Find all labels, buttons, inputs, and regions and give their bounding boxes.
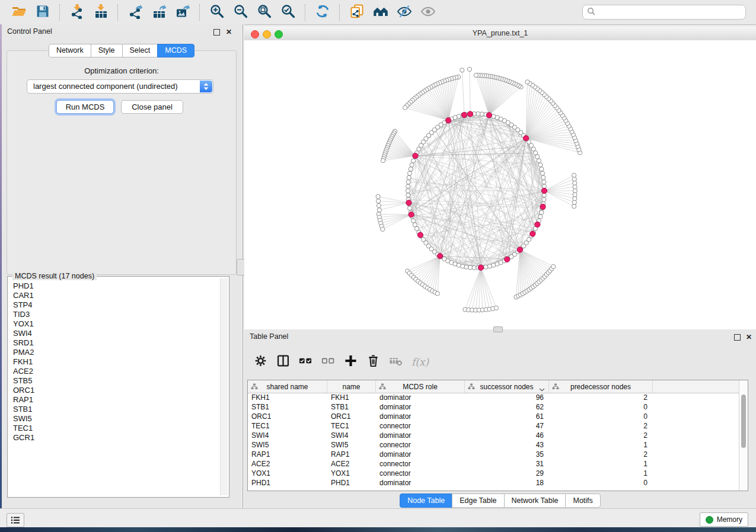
table-cell: connector <box>376 459 465 469</box>
trash-icon <box>366 354 380 370</box>
first-neighbors-button[interactable] <box>371 2 391 23</box>
tab-network[interactable]: Network <box>49 44 91 57</box>
result-node-item[interactable]: STP4 <box>9 300 220 310</box>
search-box[interactable] <box>582 5 746 20</box>
close-panel-icon[interactable]: ✕ <box>226 28 232 36</box>
result-node-item[interactable]: CAR1 <box>9 291 220 300</box>
result-node-item[interactable]: TID3 <box>9 310 220 319</box>
result-node-item[interactable]: STB5 <box>9 376 220 386</box>
select-all-button[interactable] <box>299 354 312 370</box>
column-header-successor-nodes[interactable]: successor nodes <box>465 380 549 393</box>
table-scrollbar[interactable] <box>739 380 748 491</box>
table-row[interactable]: RAP1RAP1dominator352 <box>248 450 739 459</box>
control-panel-title: Control Panel <box>7 27 52 36</box>
memory-button[interactable]: Memory <box>700 512 748 527</box>
result-node-item[interactable]: FKH1 <box>9 357 220 367</box>
result-node-item[interactable]: ACE2 <box>9 367 220 376</box>
column-header-predecessor-nodes[interactable]: predecessor nodes <box>549 380 653 393</box>
float-table-panel-icon[interactable] <box>734 334 741 341</box>
toggle-column-view-button[interactable] <box>276 354 290 370</box>
zoom-out-icon <box>233 4 248 21</box>
result-node-item[interactable]: GCR1 <box>9 433 220 443</box>
search-input[interactable] <box>598 6 745 19</box>
column-header-name[interactable]: name <box>327 380 376 393</box>
add-column-button[interactable] <box>344 354 358 370</box>
export-table-icon <box>151 4 167 21</box>
open-file-icon <box>11 4 27 21</box>
table-scrollbar-thumb[interactable] <box>741 395 746 448</box>
deselect-all-icon <box>321 354 335 370</box>
refresh-view-button[interactable] <box>312 2 333 23</box>
result-node-item[interactable]: SWI4 <box>9 329 220 338</box>
table-row[interactable]: STB1STB1dominator620 <box>248 402 739 412</box>
import-network-icon <box>69 4 85 21</box>
close-table-panel-icon[interactable]: ✕ <box>746 333 752 341</box>
result-node-item[interactable]: TEC1 <box>9 424 220 433</box>
open-file-button[interactable] <box>9 2 29 23</box>
task-history-button[interactable] <box>7 513 24 527</box>
result-scrollbar[interactable] <box>220 278 228 495</box>
result-node-item[interactable]: ORC1 <box>9 386 220 395</box>
show-all-button[interactable] <box>418 2 438 23</box>
tab-motifs[interactable]: Motifs <box>565 493 600 508</box>
hide-selected-button[interactable] <box>394 2 414 23</box>
export-network-button[interactable] <box>125 2 145 23</box>
result-node-item[interactable]: STB1 <box>9 405 220 414</box>
import-network-button[interactable] <box>67 2 87 23</box>
table-cell: 0 <box>549 412 653 421</box>
run-mcds-button[interactable]: Run MCDS <box>56 100 114 114</box>
save-session-icon <box>35 4 50 21</box>
column-header-shared-name[interactable]: shared name <box>248 380 327 393</box>
zoom-selected-button[interactable] <box>278 2 298 23</box>
table-cell: 47 <box>465 421 549 431</box>
result-node-item[interactable]: PHD1 <box>9 281 220 291</box>
table-row[interactable]: ACE2ACE2connector311 <box>248 459 739 469</box>
refresh-view-icon <box>315 4 330 21</box>
table-row[interactable]: TEC1TEC1connector472 <box>248 421 739 431</box>
save-session-button[interactable] <box>33 2 53 23</box>
table-row[interactable]: YOX1YOX1connector291 <box>248 469 739 478</box>
tab-mcds[interactable]: MCDS <box>157 44 194 57</box>
tab-select[interactable]: Select <box>122 44 158 57</box>
criterion-dropdown[interactable]: largest connected component (undirected) <box>27 79 213 94</box>
network-view[interactable] <box>244 40 756 329</box>
tab-node-table[interactable]: Node Table <box>400 493 452 508</box>
split-divider-horizontal[interactable] <box>493 326 503 332</box>
delete-column-button[interactable] <box>366 354 380 370</box>
table-cell: 46 <box>465 431 549 440</box>
divider-grip-icon[interactable] <box>237 259 245 275</box>
table-row[interactable]: ORC1ORC1dominator610 <box>248 412 739 421</box>
network-canvas-svg[interactable] <box>244 40 756 329</box>
column-header-mcds-role[interactable]: MCDS role <box>376 380 465 393</box>
table-tabs: Node TableEdge TableNetwork TableMotifs <box>244 493 756 508</box>
table-cell: STB1 <box>327 402 376 412</box>
zoom-fit-button[interactable] <box>254 2 275 23</box>
table-row[interactable]: PHD1PHD1dominator180 <box>248 478 739 488</box>
zoom-selected-icon <box>280 4 296 21</box>
table-row[interactable]: SWI4SWI4dominator462 <box>248 431 739 440</box>
table-row[interactable]: FKH1FKH1dominator962 <box>248 393 739 402</box>
sort-desc-icon <box>539 385 545 393</box>
mcds-result-list[interactable]: PHD1CAR1STP4TID3YOX1SWI4SRD1PMA2FKH1ACE2… <box>9 281 220 496</box>
new-network-from-selection-button[interactable] <box>347 2 367 23</box>
result-node-item[interactable]: SRD1 <box>9 338 220 348</box>
network-titlebar[interactable]: YPA_prune.txt_1 <box>244 27 756 41</box>
tab-edge-table[interactable]: Edge Table <box>452 493 504 508</box>
table-options-button[interactable] <box>254 354 267 370</box>
zoom-in-button[interactable] <box>207 2 227 23</box>
export-image-button[interactable] <box>173 2 193 23</box>
export-table-button[interactable] <box>149 2 169 23</box>
memory-button-label: Memory <box>717 515 742 524</box>
result-node-item[interactable]: YOX1 <box>9 319 220 329</box>
import-table-button[interactable] <box>91 2 111 23</box>
result-node-item[interactable]: RAP1 <box>9 395 220 405</box>
deselect-all-button[interactable] <box>321 354 335 370</box>
tab-network-table[interactable]: Network Table <box>504 493 566 508</box>
result-node-item[interactable]: PMA2 <box>9 348 220 357</box>
close-mcds-button[interactable]: Close panel <box>121 100 183 114</box>
table-row[interactable]: SWI5SWI5connector431 <box>248 440 739 450</box>
result-node-item[interactable]: SWI5 <box>9 414 220 424</box>
zoom-out-button[interactable] <box>231 2 251 23</box>
float-panel-icon[interactable] <box>213 29 220 36</box>
tab-style[interactable]: Style <box>91 44 123 57</box>
